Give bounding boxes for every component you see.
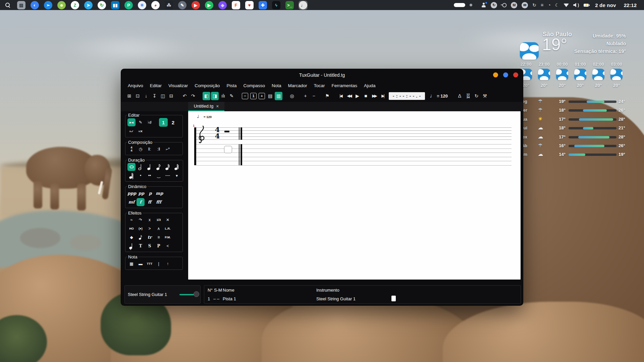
- voice-1-button[interactable]: 1: [159, 118, 168, 127]
- track-row-solo-mute[interactable]: – –: [213, 296, 219, 301]
- heavy-accent-button[interactable]: ∧: [155, 225, 163, 233]
- tapping-button[interactable]: T: [137, 242, 145, 250]
- tremolo-bar-button[interactable]: x: [146, 216, 154, 224]
- window-titlebar[interactable]: TuxGuitar - Untitled.tg: [121, 69, 523, 81]
- voice-edit-b-button[interactable]: ≈✕: [137, 127, 145, 135]
- tab-close-icon[interactable]: ×: [216, 104, 219, 109]
- track-tablature-button[interactable]: ▥: [275, 92, 282, 100]
- menu-composicao[interactable]: Composição: [191, 82, 223, 89]
- note-quarter-button[interactable]: [146, 163, 154, 171]
- tablature-view-button[interactable]: ◨: [211, 92, 219, 100]
- voice-2-button[interactable]: 2: [169, 118, 177, 127]
- redo-button[interactable]: ↷: [189, 92, 197, 100]
- trello-icon[interactable]: ▮▮: [111, 1, 120, 10]
- knowledge-brain-icon[interactable]: ✳: [138, 1, 147, 10]
- file-manager-icon[interactable]: ▤: [17, 1, 26, 10]
- gimp-icon[interactable]: ✎: [178, 1, 187, 10]
- count-in-button[interactable]: 1234: [464, 92, 472, 100]
- bar-insert-button[interactable]: |: [155, 260, 163, 268]
- edition-mode-button[interactable]: ▸◂: [127, 118, 136, 126]
- tremolo-picking-button[interactable]: ≡: [155, 233, 163, 241]
- dyn-f-button[interactable]: f: [137, 198, 145, 206]
- fade-in-button[interactable]: <: [164, 242, 172, 250]
- loop-button[interactable]: ↻: [473, 92, 480, 100]
- menu-compasso[interactable]: Compasso: [240, 82, 268, 89]
- new-file-button[interactable]: ⊞: [125, 92, 133, 100]
- score-view-button[interactable]: ◧: [203, 92, 210, 100]
- wifi-icon[interactable]: [564, 3, 569, 7]
- time-signature-button[interactable]: 44: [127, 145, 136, 153]
- note-half-button[interactable]: [137, 163, 145, 171]
- menu-pista[interactable]: Pista: [223, 82, 240, 89]
- popping-button[interactable]: P: [155, 242, 163, 250]
- dyn-mp-button[interactable]: mp: [155, 189, 163, 197]
- tempo-setting-button[interactable]: ◷: [137, 145, 145, 153]
- ghost-note-button[interactable]: (●): [137, 225, 145, 233]
- open-file-button[interactable]: ⊡: [134, 92, 142, 100]
- accidentals-button[interactable]: ♭♯: [146, 118, 154, 126]
- dyn-fff-button[interactable]: fff: [155, 198, 163, 206]
- tuplet-13-button[interactable]: 1/3: [155, 216, 163, 224]
- tab-untitled[interactable]: Untitled.tg ×: [188, 102, 224, 111]
- dyn-ppp-button[interactable]: ppp: [127, 189, 136, 197]
- menu-arquivo[interactable]: Arquivo: [124, 82, 147, 89]
- hammer-on-button[interactable]: HO: [127, 225, 136, 233]
- telegram-icon[interactable]: ➤: [84, 1, 93, 10]
- darktable-icon[interactable]: ⁂: [164, 1, 173, 10]
- bend-button[interactable]: ↷: [137, 216, 145, 224]
- duration-dropdown-button[interactable]: ▾: [173, 172, 181, 180]
- key-status-icon[interactable]: [500, 1, 507, 8]
- settings-button[interactable]: ⚒: [481, 92, 489, 100]
- rest-button[interactable]: ▬: [137, 260, 145, 268]
- planner-icon[interactable]: P: [124, 1, 133, 10]
- media-player-green-icon[interactable]: ▶: [205, 1, 214, 10]
- menu-editar[interactable]: Editar: [147, 82, 165, 89]
- vibrato-button[interactable]: ≈: [127, 216, 136, 224]
- dyn-p-button[interactable]: p: [146, 189, 154, 197]
- alternative-ending-button[interactable]: ⌐*: [164, 145, 172, 153]
- note-thirty-second-button[interactable]: [173, 163, 181, 171]
- shift-up-button[interactable]: ↑: [164, 260, 172, 268]
- flameshot-doc-icon[interactable]: F: [231, 1, 240, 10]
- voice-edit-a-button[interactable]: ≈✓: [127, 127, 136, 135]
- volume-slider-knob[interactable]: [194, 291, 199, 297]
- track-color-swatch[interactable]: [391, 296, 396, 301]
- fretboard-button[interactable]: ▦: [127, 260, 136, 268]
- score-area[interactable]: ♩ = 120 1 4 4: [188, 111, 521, 280]
- zapzap-icon[interactable]: Z: [70, 1, 79, 10]
- graphics-diamond-icon[interactable]: ◆: [218, 1, 227, 10]
- print-button[interactable]: ⊟: [167, 92, 175, 100]
- dyn-mf-button[interactable]: mf: [127, 198, 136, 206]
- volume-icon[interactable]: [573, 3, 579, 7]
- metronome-button[interactable]: Δ: [456, 92, 464, 100]
- card-game-icon[interactable]: ♥: [245, 1, 254, 10]
- go-last-button[interactable]: ▶|: [379, 92, 386, 100]
- export-button[interactable]: ↧: [151, 92, 158, 100]
- beat-cursor[interactable]: [224, 146, 232, 153]
- menu-nota[interactable]: Nota: [268, 82, 285, 89]
- note-whole-button[interactable]: [127, 163, 136, 171]
- flame-app-icon[interactable]: ϟ: [272, 1, 281, 10]
- app-m-status-icon[interactable]: M: [511, 2, 517, 8]
- dyn-pp-button[interactable]: pp: [137, 189, 145, 197]
- menu-ajuda[interactable]: Ajuda: [361, 82, 379, 89]
- extension-puzzle-icon[interactable]: ✚: [258, 1, 267, 10]
- note-sixteenth-button[interactable]: [164, 163, 172, 171]
- forward-button[interactable]: ▶▶: [370, 92, 378, 100]
- measure-number-button[interactable]: 1: [250, 93, 257, 99]
- contacts-status-icon[interactable]: [481, 3, 486, 7]
- harmonic-button[interactable]: ◆: [127, 233, 136, 241]
- properties-button[interactable]: ▤: [266, 92, 274, 100]
- notes-status-icon[interactable]: ≡: [541, 3, 543, 7]
- dotted-button[interactable]: •: [137, 172, 145, 180]
- close-button[interactable]: [513, 72, 518, 77]
- dead-note-button[interactable]: ✕: [164, 216, 172, 224]
- close-repeat-button[interactable]: :‖: [155, 145, 163, 153]
- open-repeat-button[interactable]: ‖:: [146, 145, 154, 153]
- edit-mode-button[interactable]: ✎: [228, 92, 235, 100]
- staccato-button[interactable]: [127, 242, 136, 250]
- mail-status-icon[interactable]: ✉: [522, 2, 528, 8]
- keyboard-pill-icon[interactable]: [454, 3, 465, 7]
- night-mode-icon[interactable]: ☾: [555, 3, 559, 7]
- tied-note-button[interactable]: TTT: [146, 260, 154, 268]
